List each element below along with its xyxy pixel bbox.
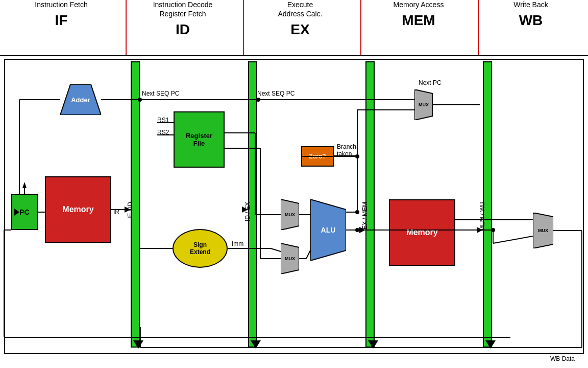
stage-mem-label: MEM <box>362 11 475 30</box>
svg-text:Adder: Adder <box>71 96 90 104</box>
alu-svg: ALU <box>310 199 346 261</box>
stage-ex-header: ExecuteAddress Calc. EX <box>244 0 356 39</box>
stage-mem-header: Memory Access MEM <box>362 0 475 30</box>
divider-if-id <box>126 0 127 55</box>
stage-if-title: Instruction Fetch <box>35 1 88 9</box>
sign-extend-block: SignExtend <box>173 229 228 268</box>
clock-memwb <box>485 340 496 349</box>
clock-idex <box>251 340 261 349</box>
mux1-svg: MUX <box>281 199 299 230</box>
mux2-svg: MUX <box>281 243 299 274</box>
stage-mem-title: Memory Access <box>394 1 444 9</box>
label-imm: Imm <box>232 240 243 247</box>
mux3-svg: MUX <box>414 89 433 120</box>
if-memory-block: Memory <box>45 176 111 243</box>
label-next-seq-pc-2: Next SEQ PC <box>257 90 295 97</box>
label-id-ex: ID / EX <box>244 202 251 221</box>
svg-text:MUX: MUX <box>285 256 295 261</box>
stage-wb-header: Write Back WB <box>480 0 582 30</box>
label-next-pc: Next PC <box>419 79 442 86</box>
label-next-seq-pc-1: Next SEQ PC <box>142 90 179 97</box>
stage-ex-label: EX <box>244 20 356 39</box>
stage-id-header: Instruction DecodeRegister Fetch ID <box>127 0 239 39</box>
stage-if-label: IF <box>5 11 117 30</box>
svg-text:MUX: MUX <box>419 102 429 107</box>
label-wb-data: WB Data <box>550 355 575 362</box>
mux4-svg: MUX <box>533 213 553 248</box>
label-rs2: RS2 <box>157 129 169 136</box>
clock-exmem <box>368 340 378 349</box>
svg-text:MUX: MUX <box>285 212 295 217</box>
header-separator <box>0 55 588 56</box>
divider-ex-mem <box>360 0 361 55</box>
label-mem-wb: MEM / WB <box>479 202 486 231</box>
divider-id-ex <box>243 0 244 55</box>
label-ex-mem: EX / MEM <box>361 202 369 229</box>
pipeline-diagram: Instruction Fetch IF Instruction DecodeR… <box>0 0 588 368</box>
stage-ex-title: ExecuteAddress Calc. <box>278 1 322 18</box>
stage-wb-title: Write Back <box>513 1 548 9</box>
zero-block: Zero? <box>301 146 334 167</box>
pc-block: PC <box>11 194 38 230</box>
divider-mem-wb <box>478 0 479 55</box>
adder-svg: Adder <box>60 84 101 115</box>
stage-wb-label: WB <box>480 11 582 30</box>
stage-if-header: Instruction Fetch IF <box>5 0 117 30</box>
svg-text:MUX: MUX <box>538 228 548 233</box>
register-file-block: RegisterFile <box>174 111 225 168</box>
svg-text:ALU: ALU <box>321 226 336 234</box>
mem-memory-block: Memory <box>389 199 455 266</box>
label-rs1: RS1 <box>157 117 169 124</box>
label-if-id: IF / ID <box>127 202 134 219</box>
stage-id-label: ID <box>127 20 239 39</box>
stage-id-title: Instruction DecodeRegister Fetch <box>153 1 213 18</box>
label-branch-taken: Branchtaken <box>337 143 356 157</box>
label-ir: IR <box>113 209 119 216</box>
clock-ifid <box>133 340 143 349</box>
